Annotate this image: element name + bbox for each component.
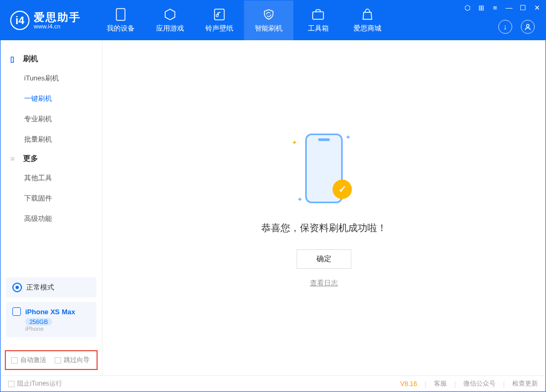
sparkle-icon: ✦ xyxy=(297,196,302,203)
phone-icon: ▯ xyxy=(10,55,19,63)
wechat-link[interactable]: 微信公众号 xyxy=(463,379,496,388)
mode-card[interactable]: 正常模式 xyxy=(6,277,97,298)
app-header: i4 爱思助手 www.i4.cn 我的设备 应用游戏 铃声壁纸 智能刷机 工具… xyxy=(1,1,545,40)
device-capacity: 256GB xyxy=(25,318,52,326)
svg-rect-1 xyxy=(215,9,224,20)
nav-ringtone-wallpaper[interactable]: 铃声壁纸 xyxy=(195,1,244,40)
flash-options-highlighted: 自动激活 跳过向导 xyxy=(5,350,98,370)
nav-toolbox[interactable]: 工具箱 xyxy=(293,1,343,40)
nav-label: 应用游戏 xyxy=(156,24,184,33)
sidebar-section-flash[interactable]: ▯ 刷机 xyxy=(1,50,102,68)
device-type: iPhone xyxy=(25,326,43,332)
device-icon xyxy=(114,8,128,21)
close-button[interactable]: ✕ xyxy=(533,4,541,12)
sidebar-item-download-firmware[interactable]: 下载固件 xyxy=(1,188,102,209)
sparkle-icon: ✦ xyxy=(292,139,297,146)
version-label: V8.16 xyxy=(400,380,417,388)
maximize-button[interactable]: ☐ xyxy=(519,4,527,12)
header-action-icons: ↓ xyxy=(498,20,535,34)
logo[interactable]: i4 爱思助手 www.i4.cn xyxy=(1,11,91,30)
main-content: ✦ ✦ ✦ ✓ 恭喜您，保资料刷机成功啦！ 确定 查看日志 xyxy=(102,40,545,375)
sidebar-item-itunes-flash[interactable]: iTunes刷机 xyxy=(1,68,102,88)
sidebar-item-oneclick-flash[interactable]: 一键刷机 xyxy=(1,88,102,109)
device-icon xyxy=(12,307,21,316)
sidebar-item-batch-flash[interactable]: 批量刷机 xyxy=(1,129,102,150)
nav-label: 工具箱 xyxy=(308,24,329,33)
app-url: www.i4.cn xyxy=(34,23,81,29)
music-note-icon xyxy=(212,8,226,21)
sidebar: ▯ 刷机 iTunes刷机 一键刷机 专业刷机 批量刷机 ≡ 更多 其他工具 下… xyxy=(1,40,102,375)
check-update-link[interactable]: 检查更新 xyxy=(512,379,538,388)
nav-apps-games[interactable]: 应用游戏 xyxy=(145,1,195,40)
svg-rect-2 xyxy=(313,12,323,19)
list-icon: ≡ xyxy=(10,154,19,163)
device-name: iPhone XS Max xyxy=(25,308,75,316)
main-nav: 我的设备 应用游戏 铃声壁纸 智能刷机 工具箱 爱思商城 xyxy=(96,1,392,40)
logo-icon: i4 xyxy=(10,11,29,30)
refresh-shield-icon xyxy=(262,8,276,21)
checkbox-block-itunes[interactable]: 阻止iTunes运行 xyxy=(8,379,62,388)
sidebar-section-more[interactable]: ≡ 更多 xyxy=(1,150,102,168)
success-message: 恭喜您，保资料刷机成功啦！ xyxy=(261,221,387,234)
nav-my-device[interactable]: 我的设备 xyxy=(96,1,145,40)
nav-smart-flash[interactable]: 智能刷机 xyxy=(244,1,293,40)
user-icon[interactable] xyxy=(521,20,535,34)
checkbox-auto-activate[interactable]: 自动激活 xyxy=(11,356,46,365)
status-bar: 阻止iTunes运行 V8.16 | 客服 | 微信公众号 | 检查更新 xyxy=(1,375,545,391)
checkbox-icon xyxy=(11,357,18,364)
app-title: 爱思助手 xyxy=(34,11,81,23)
checkbox-icon xyxy=(8,381,14,387)
svg-rect-0 xyxy=(116,9,125,20)
window-controls: ⬡ ⊞ ≡ — ☐ ✕ xyxy=(463,4,541,12)
cube-icon xyxy=(163,8,177,21)
sidebar-item-other-tools[interactable]: 其他工具 xyxy=(1,168,102,188)
check-badge-icon: ✓ xyxy=(333,180,352,199)
sidebar-item-pro-flash[interactable]: 专业刷机 xyxy=(1,109,102,129)
device-card[interactable]: iPhone XS Max 256GB iPhone xyxy=(6,302,97,337)
success-illustration: ✦ ✦ ✦ ✓ xyxy=(286,128,361,209)
nav-label: 智能刷机 xyxy=(255,24,283,33)
shirt-icon[interactable]: ⬡ xyxy=(463,4,471,12)
nav-label: 我的设备 xyxy=(107,24,135,33)
confirm-button[interactable]: 确定 xyxy=(297,249,351,269)
mode-icon xyxy=(12,283,22,292)
svg-point-3 xyxy=(527,25,529,27)
bag-icon xyxy=(360,8,374,21)
briefcase-icon xyxy=(311,8,325,21)
mode-label: 正常模式 xyxy=(26,283,54,292)
download-icon[interactable]: ↓ xyxy=(498,20,512,34)
sidebar-item-advanced[interactable]: 高级功能 xyxy=(1,209,102,229)
checkbox-skip-guide[interactable]: 跳过向导 xyxy=(55,356,90,365)
support-link[interactable]: 客服 xyxy=(434,379,447,388)
nav-label: 铃声壁纸 xyxy=(205,24,233,33)
menu-icon[interactable]: ≡ xyxy=(491,4,499,12)
view-log-link[interactable]: 查看日志 xyxy=(310,278,338,288)
checkbox-icon xyxy=(55,357,61,364)
feedback-icon[interactable]: ⊞ xyxy=(477,4,485,12)
nav-store[interactable]: 爱思商城 xyxy=(343,1,392,40)
minimize-button[interactable]: — xyxy=(505,4,513,12)
sparkle-icon: ✦ xyxy=(345,134,351,141)
nav-label: 爱思商城 xyxy=(353,24,381,33)
